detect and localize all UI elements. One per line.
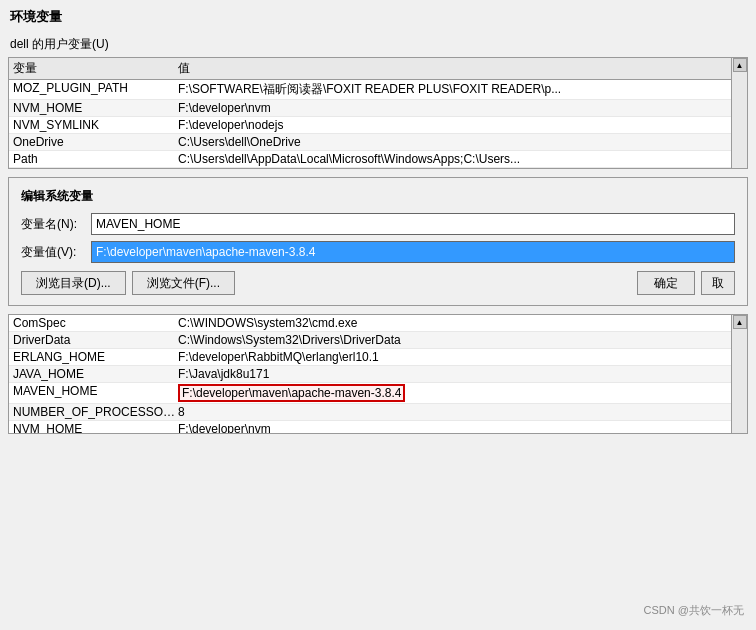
system-var-name: JAVA_HOME <box>13 367 178 381</box>
browse-file-button[interactable]: 浏览文件(F)... <box>132 271 235 295</box>
system-var-value: C:\WINDOWS\system32\cmd.exe <box>178 316 357 330</box>
user-var-name: MOZ_PLUGIN_PATH <box>13 81 178 98</box>
maven-value-highlight: F:\developer\maven\apache-maven-3.8.4 <box>178 384 405 402</box>
system-vars-row[interactable]: ComSpec C:\WINDOWS\system32\cmd.exe <box>9 315 731 332</box>
system-var-value: C:\Windows\System32\Drivers\DriverData <box>178 333 401 347</box>
user-vars-row[interactable]: NVM_HOME F:\developer\nvm <box>9 100 731 117</box>
user-vars-table-wrapper: 变量 值 MOZ_PLUGIN_PATH F:\SOFTWARE\福昕阅读器\F… <box>8 57 748 169</box>
system-var-value-cell: C:\WINDOWS\system32\cmd.exe <box>178 316 727 330</box>
system-var-value-cell: 8 <box>178 405 727 419</box>
system-var-value-cell: C:\Windows\System32\Drivers\DriverData <box>178 333 727 347</box>
system-var-name: ComSpec <box>13 316 178 330</box>
system-var-name: ERLANG_HOME <box>13 350 178 364</box>
user-var-name: NVM_HOME <box>13 101 178 115</box>
user-vars-label: dell 的用户变量(U) <box>8 36 748 53</box>
user-var-value: C:\Users\dell\AppData\Local\Microsoft\Wi… <box>178 152 727 166</box>
cancel-button[interactable]: 取 <box>701 271 735 295</box>
var-value-row: 变量值(V): <box>21 241 735 263</box>
system-vars-table: ComSpec C:\WINDOWS\system32\cmd.exe Driv… <box>8 314 732 434</box>
user-var-value: F:\developer\nodejs <box>178 118 727 132</box>
system-var-name: MAVEN_HOME <box>13 384 178 402</box>
var-value-input[interactable] <box>91 241 735 263</box>
user-vars-header-var: 变量 <box>13 60 178 77</box>
watermark: CSDN @共饮一杯无 <box>644 603 744 618</box>
var-name-row: 变量名(N): <box>21 213 735 235</box>
edit-section: 编辑系统变量 变量名(N): 变量值(V): 浏览目录(D)... 浏览文件(F… <box>8 177 748 306</box>
system-vars-table-container: ComSpec C:\WINDOWS\system32\cmd.exe Driv… <box>8 314 748 434</box>
system-var-value-cell: F:\developer\RabbitMQ\erlang\erl10.1 <box>178 350 727 364</box>
system-var-value-cell: F:\Java\jdk8u171 <box>178 367 727 381</box>
system-vars-row[interactable]: NVM_HOME F:\developer\nvm <box>9 421 731 434</box>
system-var-value: 8 <box>178 405 185 419</box>
var-name-label: 变量名(N): <box>21 216 91 233</box>
user-var-name: Path <box>13 152 178 166</box>
system-vars-section: ComSpec C:\WINDOWS\system32\cmd.exe Driv… <box>8 314 748 434</box>
system-vars-row[interactable]: MAVEN_HOME F:\developer\maven\apache-mav… <box>9 383 731 404</box>
var-name-input[interactable] <box>91 213 735 235</box>
system-var-value: F:\developer\nvm <box>178 422 271 434</box>
scrollbar-up-arrow[interactable]: ▲ <box>733 58 747 72</box>
system-var-name: DriverData <box>13 333 178 347</box>
user-vars-row[interactable]: MOZ_PLUGIN_PATH F:\SOFTWARE\福昕阅读器\FOXIT … <box>9 80 731 100</box>
edit-button-row: 浏览目录(D)... 浏览文件(F)... 确定 取 <box>21 271 735 295</box>
system-var-name: NUMBER_OF_PROCESSORS <box>13 405 178 419</box>
system-scrollbar-up[interactable]: ▲ <box>733 315 747 329</box>
system-vars-scrollbar[interactable]: ▲ <box>732 314 748 434</box>
user-vars-row[interactable]: OneDrive C:\Users\dell\OneDrive <box>9 134 731 151</box>
system-vars-row[interactable]: JAVA_HOME F:\Java\jdk8u171 <box>9 366 731 383</box>
system-var-value: F:\developer\RabbitMQ\erlang\erl10.1 <box>178 350 379 364</box>
var-value-label: 变量值(V): <box>21 244 91 261</box>
user-vars-header-val: 值 <box>178 60 727 77</box>
user-vars-scrollbar[interactable]: ▲ <box>732 57 748 169</box>
user-vars-section: dell 的用户变量(U) 变量 值 MOZ_PLUGIN_PATH F:\SO… <box>8 36 748 169</box>
system-var-value: F:\Java\jdk8u171 <box>178 367 269 381</box>
confirm-button[interactable]: 确定 <box>637 271 695 295</box>
user-var-name: OneDrive <box>13 135 178 149</box>
system-var-value-cell: F:\developer\maven\apache-maven-3.8.4 <box>178 384 727 402</box>
user-vars-table: 变量 值 MOZ_PLUGIN_PATH F:\SOFTWARE\福昕阅读器\F… <box>8 57 732 169</box>
system-vars-row[interactable]: DriverData C:\Windows\System32\Drivers\D… <box>9 332 731 349</box>
window-title: 环境变量 <box>8 8 748 26</box>
system-var-name: NVM_HOME <box>13 422 178 434</box>
user-vars-body: MOZ_PLUGIN_PATH F:\SOFTWARE\福昕阅读器\FOXIT … <box>9 80 731 168</box>
user-vars-header: 变量 值 <box>9 58 731 80</box>
user-var-value: C:\Users\dell\OneDrive <box>178 135 727 149</box>
user-vars-row[interactable]: NVM_SYMLINK F:\developer\nodejs <box>9 117 731 134</box>
system-vars-row[interactable]: ERLANG_HOME F:\developer\RabbitMQ\erlang… <box>9 349 731 366</box>
user-var-value: F:\SOFTWARE\福昕阅读器\FOXIT READER PLUS\FOXI… <box>178 81 727 98</box>
system-var-value-cell: F:\developer\nvm <box>178 422 727 434</box>
edit-section-title: 编辑系统变量 <box>21 188 735 205</box>
system-vars-row[interactable]: NUMBER_OF_PROCESSORS 8 <box>9 404 731 421</box>
browse-dir-button[interactable]: 浏览目录(D)... <box>21 271 126 295</box>
user-var-value: F:\developer\nvm <box>178 101 727 115</box>
user-var-name: NVM_SYMLINK <box>13 118 178 132</box>
user-vars-row[interactable]: Path C:\Users\dell\AppData\Local\Microso… <box>9 151 731 168</box>
environment-variables-window: 环境变量 dell 的用户变量(U) 变量 值 MOZ_PLUGIN_PATH … <box>0 0 756 630</box>
